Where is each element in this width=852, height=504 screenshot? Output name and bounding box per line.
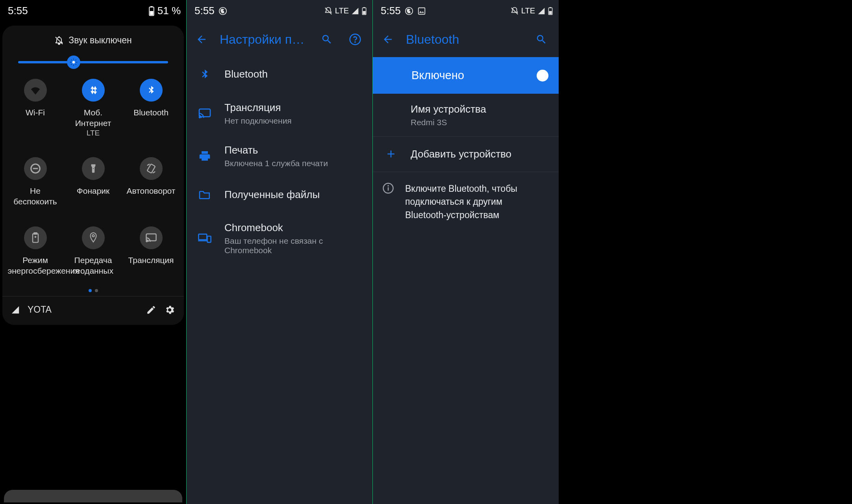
settings-row-files[interactable]: Полученные файлы: [187, 177, 372, 212]
battery-icon: [548, 7, 553, 15]
tile-label: Не беспокоить: [8, 185, 63, 207]
settings-row-cbook[interactable]: ChromebookВаш телефон не связан с Chrome…: [187, 212, 372, 264]
edit-icon[interactable]: [146, 305, 156, 315]
tile-bluetooth[interactable]: Bluetooth: [122, 79, 180, 137]
svg-point-27: [199, 117, 200, 118]
page-indicator: [2, 276, 184, 296]
tile-label: Режим энергосбережения: [8, 255, 63, 276]
cbook-icon: [196, 230, 213, 247]
tile-location[interactable]: Передача геоданных: [64, 226, 122, 276]
svg-point-37: [388, 185, 388, 186]
svg-rect-15: [33, 234, 38, 243]
mobile-icon: [82, 79, 105, 102]
quick-settings-panel: Звук выключен Wi-FiМоб. ИнтернетLTEBluet…: [2, 26, 184, 325]
row-title: Полученные файлы: [224, 188, 363, 202]
screen-quick-settings: 5:55 51 % Звук выключен Wi-FiМоб. Интерн…: [0, 0, 186, 504]
statusbar: 5:55 LTE: [187, 0, 372, 22]
cast-icon: [140, 226, 163, 249]
svg-point-3: [72, 61, 75, 64]
row-title: Bluetooth: [224, 67, 363, 81]
svg-point-25: [355, 42, 355, 42]
statusbar-time: 5:55: [8, 5, 28, 17]
gear-icon[interactable]: [164, 304, 175, 315]
statusbar-time: 5:55: [381, 5, 401, 17]
page-title: Bluetooth: [404, 32, 526, 47]
search-button[interactable]: [314, 27, 339, 52]
tile-label: Bluetooth: [133, 107, 169, 118]
sound-muted-label: Звук выключен: [69, 35, 132, 46]
statusbar: 5:55 51 %: [0, 0, 186, 22]
svg-rect-14: [147, 164, 155, 173]
brightness-slider[interactable]: [18, 54, 168, 71]
svg-rect-28: [198, 234, 207, 239]
divider: [2, 296, 184, 296]
row-subtitle: Ваш телефон не связан с Chromebook: [224, 236, 363, 255]
wifi-icon: [24, 79, 47, 102]
switch-knob-icon: [537, 70, 548, 82]
bluetooth-info-row: Включите Bluetooth, чтобы подключаться к…: [373, 172, 559, 232]
svg-line-9: [76, 64, 76, 65]
device-name-row[interactable]: Имя устройства Redmi 3S: [373, 94, 559, 136]
tile-label: Фонарик: [77, 185, 110, 196]
picture-icon: [417, 7, 426, 15]
row-title: Трансляция: [224, 101, 363, 115]
help-button[interactable]: [343, 27, 368, 52]
info-icon: [382, 182, 394, 194]
rotate-icon: [140, 157, 163, 180]
tile-cast[interactable]: Трансляция: [122, 226, 180, 276]
svg-rect-23: [363, 11, 366, 14]
notification-peek[interactable]: [4, 490, 182, 502]
torch-icon: [82, 157, 105, 180]
network-label: LTE: [335, 6, 349, 15]
tile-wifi[interactable]: Wi-Fi: [6, 79, 64, 137]
svg-rect-26: [199, 109, 210, 117]
bluetooth-icon: [140, 79, 163, 102]
back-button[interactable]: [189, 27, 214, 52]
svg-rect-29: [207, 236, 211, 243]
svg-rect-1: [150, 6, 153, 7]
tile-rotate[interactable]: Автоповорот: [122, 157, 180, 207]
tile-label: Трансляция: [128, 255, 174, 265]
settings-row-cast[interactable]: ТрансляцияНет подключения: [187, 92, 372, 135]
appbar: Настройки подк…: [187, 22, 372, 57]
page-dot[interactable]: [95, 289, 98, 292]
add-device-row[interactable]: Добавить устройство: [373, 137, 559, 172]
tile-torch[interactable]: Фонарик: [64, 157, 122, 207]
battery-icon: [148, 6, 155, 16]
statusbar: 5:55 LTE: [373, 0, 559, 22]
page-dot[interactable]: [89, 289, 92, 292]
svg-point-19: [146, 241, 147, 242]
svg-rect-16: [34, 233, 37, 234]
settings-row-bt[interactable]: Bluetooth: [187, 57, 372, 92]
bluetooth-toggle-row[interactable]: Включено: [373, 57, 559, 94]
battery-percent: 51 %: [157, 5, 181, 17]
svg-line-10: [71, 64, 72, 65]
statusbar-right: 51 %: [148, 5, 181, 17]
appbar: Bluetooth: [373, 22, 559, 57]
bluetooth-enabled-label: Включено: [383, 69, 530, 82]
brightness-track: [18, 61, 168, 63]
bt-icon: [196, 66, 213, 83]
settings-row-print[interactable]: ПечатьВключена 1 служба печати: [187, 135, 372, 177]
sound-muted-row[interactable]: Звук выключен: [2, 33, 184, 51]
plus-icon: [382, 145, 400, 163]
battsave-icon: [24, 226, 47, 249]
device-name-title: Имя устройства: [411, 102, 549, 116]
svg-rect-33: [550, 7, 552, 8]
add-device-label: Добавить устройство: [411, 147, 549, 161]
signal-icon: [537, 7, 545, 15]
back-button[interactable]: [375, 27, 400, 52]
tile-dnd[interactable]: Не беспокоить: [6, 157, 64, 207]
screen-connection-settings: 5:55 LTE Настройки подк…: [186, 0, 372, 504]
tile-label: Моб. Интернет: [66, 107, 121, 129]
svg-rect-2: [150, 11, 153, 15]
svg-rect-22: [363, 7, 365, 8]
svg-rect-31: [418, 7, 425, 14]
battery-icon: [361, 7, 367, 15]
device-name-value: Redmi 3S: [411, 118, 549, 127]
tile-mobile[interactable]: Моб. ИнтернетLTE: [64, 79, 122, 137]
brightness-thumb[interactable]: [67, 56, 80, 69]
search-button[interactable]: [529, 27, 554, 52]
tile-battsave[interactable]: Режим энергосбережения: [6, 226, 64, 276]
screen-bluetooth: 5:55 LTE Bluetooth: [372, 0, 559, 504]
